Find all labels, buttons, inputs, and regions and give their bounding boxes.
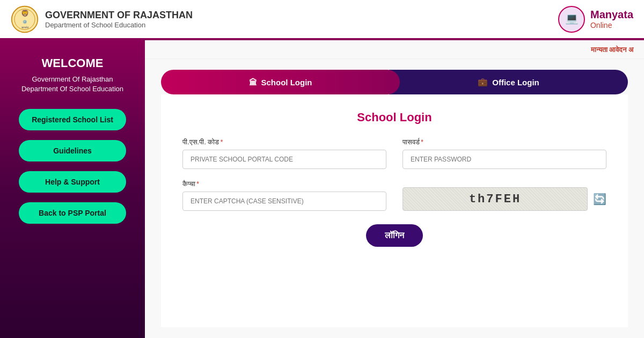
- captcha-image-group: th7FEH 🔄: [402, 187, 606, 211]
- captcha-refresh-button[interactable]: 🔄: [593, 193, 606, 205]
- content-area: मान्यता आवेदन अ‍ 🏛 School Login 💼 Office…: [145, 40, 644, 338]
- back-psp-button[interactable]: Back to PSP Portal: [19, 202, 126, 224]
- office-tab-label: Office Login: [492, 78, 539, 87]
- header-left: 🦁 ⚙️ सत्यमेव GOVERNMENT OF RAJASTHAN Dep…: [11, 5, 193, 33]
- marquee-text: मान्यता आवेदन अ‍: [591, 46, 633, 54]
- captcha-input-group: कैप्चा*: [182, 180, 386, 211]
- svg-text:🦁: 🦁: [21, 9, 30, 18]
- login-button[interactable]: लॉगिन: [366, 224, 423, 247]
- school-tab-label: School Login: [261, 78, 312, 87]
- sidebar-welcome: WELCOME Government Of Rajasthan Departme…: [21, 56, 123, 94]
- login-form-container: School Login पी.एस.पी. कोड* पासवर्ड*: [161, 94, 628, 327]
- captcha-image: th7FEH: [402, 187, 588, 211]
- password-input[interactable]: [402, 150, 606, 169]
- psp-required: *: [220, 138, 223, 146]
- password-label: पासवर्ड*: [402, 138, 606, 146]
- psp-label: पी.एस.पी. कोड*: [182, 138, 386, 146]
- password-required: *: [421, 138, 423, 146]
- password-field-group: पासवर्ड*: [402, 138, 606, 169]
- welcome-line2: Department Of School Education: [21, 84, 123, 94]
- gov-name: GOVERNMENT OF RAJASTHAN: [45, 10, 193, 21]
- brand-sub: Online: [590, 21, 633, 30]
- login-tabs: 🏛 School Login 💼 Office Login: [161, 70, 628, 94]
- office-tab-icon: 💼: [478, 77, 488, 87]
- psp-code-input[interactable]: [182, 150, 386, 169]
- school-login-tab[interactable]: 🏛 School Login: [161, 70, 400, 94]
- office-login-tab[interactable]: 💼 Office Login: [389, 70, 628, 94]
- svg-text:⚙️: ⚙️: [23, 19, 27, 24]
- welcome-title: WELCOME: [21, 56, 123, 70]
- help-support-button[interactable]: Help & Support: [19, 171, 126, 193]
- captcha-row: कैप्चा* th7FEH 🔄: [182, 180, 606, 211]
- login-form-title: School Login: [182, 111, 606, 124]
- svg-text:💻: 💻: [565, 12, 578, 25]
- psp-field-group: पी.एस.पी. कोड*: [182, 138, 386, 169]
- govt-emblem-icon: 🦁 ⚙️ सत्यमेव: [11, 5, 39, 33]
- sidebar: WELCOME Government Of Rajasthan Departme…: [0, 40, 145, 338]
- manyata-logo-icon: 💻: [558, 6, 585, 33]
- brand-name: Manyata: [590, 9, 633, 21]
- form-row-1: पी.एस.पी. कोड* पासवर्ड*: [182, 138, 606, 169]
- guidelines-button[interactable]: Guidelines: [19, 140, 126, 161]
- header-right: 💻 Manyata Online: [558, 6, 633, 33]
- refresh-icon: 🔄: [593, 193, 606, 205]
- welcome-line1: Government Of Rajasthan: [21, 75, 123, 84]
- captcha-required: *: [196, 180, 199, 188]
- manyata-brand: Manyata Online: [590, 9, 633, 30]
- header: 🦁 ⚙️ सत्यमेव GOVERNMENT OF RAJASTHAN Dep…: [0, 0, 644, 40]
- login-btn-container: लॉगिन: [182, 224, 606, 247]
- captcha-input[interactable]: [182, 192, 386, 211]
- main-layout: WELCOME Government Of Rajasthan Departme…: [0, 40, 644, 338]
- dept-name: Department of School Education: [45, 21, 193, 29]
- header-title: GOVERNMENT OF RAJASTHAN Department of Sc…: [45, 10, 193, 29]
- school-tab-icon: 🏛: [249, 78, 257, 87]
- captcha-label: कैप्चा*: [182, 180, 386, 188]
- marquee-bar: मान्यता आवेदन अ‍: [145, 40, 644, 59]
- svg-text:सत्यमेव: सत्यमेव: [21, 26, 29, 29]
- registered-school-list-button[interactable]: Registered School List: [19, 109, 126, 130]
